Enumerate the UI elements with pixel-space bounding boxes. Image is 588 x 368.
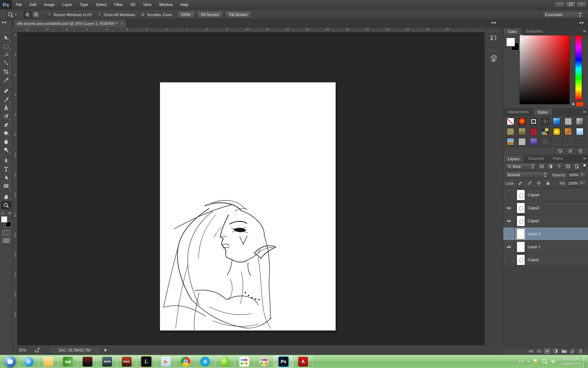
100-button[interactable]: 100% bbox=[177, 11, 195, 18]
tab-close-icon[interactable]: × bbox=[121, 21, 123, 26]
zoom-level-field[interactable]: 25% bbox=[19, 348, 34, 352]
layers-panel-menu-icon[interactable]: ▾≡ bbox=[583, 157, 586, 160]
option-scrubby-zoom[interactable]: ✓Scrubby Zoom bbox=[141, 12, 172, 17]
volume-speaker-icon[interactable] bbox=[551, 359, 556, 364]
horizontal-ruler[interactable]: 12108642024681012141618202224262830 bbox=[13, 28, 484, 33]
visibility-toggle[interactable] bbox=[503, 202, 515, 214]
style-swatch-blue-glossy[interactable] bbox=[551, 116, 562, 127]
filter-smart-objects-icon[interactable] bbox=[573, 163, 580, 169]
menu-filter[interactable]: Filter bbox=[110, 0, 126, 9]
fill-field[interactable]: 100%▼ bbox=[568, 180, 586, 186]
zoom-tool[interactable] bbox=[1, 201, 11, 209]
dodge-tool[interactable] bbox=[1, 146, 11, 154]
new-adjustment-layer-icon[interactable] bbox=[553, 348, 558, 354]
menu-view[interactable]: View bbox=[139, 0, 155, 9]
layer-thumbnail[interactable] bbox=[517, 229, 525, 239]
tab-swatches[interactable]: Swatches bbox=[522, 28, 547, 35]
new-group-folder-icon[interactable] bbox=[561, 349, 567, 353]
panel-foreground-swatch[interactable] bbox=[506, 38, 515, 47]
style-swatch-white-ring[interactable] bbox=[528, 116, 539, 127]
fillscreen-button[interactable]: Fill Screen bbox=[225, 11, 251, 18]
current-color-swatch[interactable] bbox=[576, 102, 584, 107]
filter-type-layers-icon[interactable]: T bbox=[556, 163, 562, 169]
checkbox-icon[interactable]: ✓ bbox=[141, 12, 145, 17]
style-swatch-gray-gradient[interactable] bbox=[574, 116, 586, 127]
opacity-field[interactable]: 100%▼ bbox=[568, 171, 586, 178]
rectangle-tool[interactable] bbox=[1, 182, 11, 190]
taskbar-windows-explorer[interactable] bbox=[39, 356, 58, 368]
style-swatch-gray-flat[interactable] bbox=[562, 116, 574, 127]
taskbar-paint-palette[interactable] bbox=[254, 356, 273, 368]
style-swatch-camo-multicolor[interactable] bbox=[539, 127, 551, 137]
zoom-out-button[interactable] bbox=[32, 11, 40, 18]
style-swatch-olive-gradient[interactable] bbox=[516, 127, 528, 137]
panel-resize-grip[interactable] bbox=[584, 351, 587, 354]
visibility-toggle[interactable] bbox=[503, 214, 515, 227]
style-swatch-orange-tan-gradient[interactable] bbox=[562, 127, 574, 137]
workspace-switcher[interactable]: Essentials ▲▼ bbox=[542, 11, 584, 18]
move-tool[interactable] bbox=[1, 34, 11, 42]
document-tab[interactable]: elfa boceto para portafolio.psd @ 25% (L… bbox=[13, 20, 126, 27]
rectangular-marquee-tool[interactable] bbox=[1, 42, 11, 50]
style-swatch-blank-slot[interactable] bbox=[574, 137, 586, 147]
color-panel-menu-icon[interactable]: ▾≡ bbox=[583, 29, 586, 33]
layer-style-fx-icon[interactable]: fx▾ bbox=[537, 349, 541, 354]
blur-tool[interactable] bbox=[1, 137, 11, 145]
healing-brush-tool[interactable] bbox=[1, 87, 11, 95]
default-swap-colors[interactable]: ◱⇄ bbox=[1, 211, 11, 215]
network-icon[interactable] bbox=[541, 359, 547, 364]
new-style-icon[interactable] bbox=[568, 148, 573, 154]
menu-select[interactable]: Select bbox=[92, 0, 111, 9]
taskbar-photoshop[interactable]: Ps bbox=[274, 356, 293, 368]
layer-row-capa3[interactable]: Capa3 bbox=[503, 202, 588, 214]
dock-expand-icon[interactable]: ◀◀ bbox=[491, 21, 496, 24]
layer-row-layer-2[interactable]: Layer 2 bbox=[503, 227, 588, 240]
taskbar-dmc-devil-may-cry[interactable]: DmC bbox=[117, 356, 136, 368]
layer-filter-kind-dropdown[interactable]: Kind ▲▼ bbox=[505, 163, 536, 170]
tab-layers[interactable]: Layers bbox=[503, 155, 524, 162]
delete-style-trash-icon[interactable] bbox=[578, 148, 583, 154]
minimize-button[interactable]: – bbox=[554, 1, 565, 8]
lock-position-icon[interactable] bbox=[537, 181, 541, 185]
taskbar-league-of-legends[interactable]: L bbox=[137, 356, 156, 368]
style-swatch-purple-gradient[interactable] bbox=[528, 137, 539, 147]
filter-pixel-layers-icon[interactable] bbox=[538, 163, 545, 169]
visibility-toggle[interactable] bbox=[503, 240, 515, 253]
style-swatch-gold-bevel[interactable] bbox=[551, 127, 562, 137]
restore-button[interactable] bbox=[565, 1, 576, 8]
layer-row-capa4[interactable]: Capa4 bbox=[503, 189, 588, 202]
menu-help[interactable]: Help bbox=[177, 0, 192, 9]
menu-file[interactable]: File bbox=[12, 0, 26, 9]
clone-stamp-tool[interactable] bbox=[1, 104, 11, 112]
checkbox-icon[interactable] bbox=[47, 12, 52, 17]
style-swatch-orange-glow[interactable] bbox=[516, 116, 528, 127]
brush-tool[interactable] bbox=[1, 95, 11, 103]
clear-style-icon[interactable] bbox=[558, 148, 563, 154]
tool-preset-picker[interactable]: ▼ bbox=[5, 12, 19, 18]
layer-thumbnail[interactable] bbox=[517, 203, 525, 213]
taskbar-skype[interactable]: S bbox=[196, 356, 215, 368]
status-menu-arrow[interactable] bbox=[105, 348, 107, 352]
export-arrow-icon[interactable] bbox=[34, 347, 41, 353]
lasso-tool[interactable] bbox=[1, 51, 11, 59]
filter-shape-layers-icon[interactable] bbox=[565, 163, 571, 169]
menu-image[interactable]: Image bbox=[40, 0, 59, 9]
taskbar-alice-game[interactable] bbox=[78, 356, 97, 368]
layer-row-capa2[interactable]: Capa2 bbox=[503, 214, 588, 227]
saturation-brightness-field[interactable] bbox=[519, 35, 570, 104]
filter-toggle-switch[interactable] bbox=[583, 164, 586, 169]
hidden-icons-arrow[interactable]: ▲ bbox=[527, 360, 530, 363]
collapsed-panel-3d-button[interactable] bbox=[486, 49, 502, 67]
menu-window[interactable]: Window bbox=[155, 0, 176, 9]
style-swatch-empty-slot[interactable] bbox=[551, 137, 562, 147]
style-swatch-gray-noise[interactable] bbox=[516, 137, 528, 147]
style-swatch-light-blue-bevel[interactable] bbox=[574, 127, 586, 137]
foreground-color-swatch[interactable] bbox=[1, 216, 7, 223]
pen-tool[interactable] bbox=[1, 157, 11, 165]
style-swatch-dark-knob[interactable] bbox=[539, 116, 551, 127]
style-swatch-red-stripes[interactable] bbox=[528, 127, 539, 137]
taskbar-chrome[interactable] bbox=[176, 356, 195, 368]
visibility-toggle[interactable] bbox=[503, 189, 515, 201]
layer-row-capa1[interactable]: Capa1 bbox=[503, 253, 588, 266]
style-swatch-empty-slot[interactable] bbox=[562, 137, 574, 147]
